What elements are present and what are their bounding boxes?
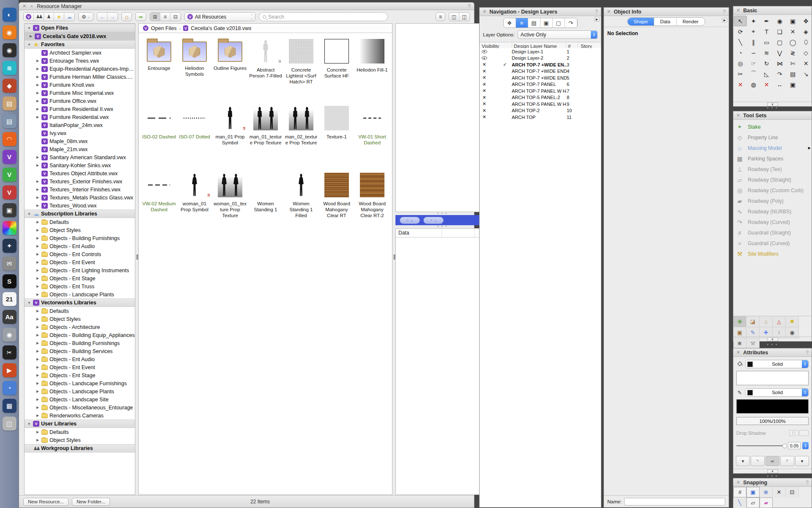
close-icon[interactable]: ✕ <box>736 350 740 355</box>
disclosure-triangle-icon[interactable]: ▶ <box>36 430 40 434</box>
layer-row[interactable]: ARCH TOP-2 10 <box>480 108 601 114</box>
disclosure-triangle-icon[interactable]: ▶ <box>36 67 40 71</box>
link-markers-button[interactable]: ∞ <box>765 456 779 466</box>
workgroup-filter-button[interactable] <box>34 13 44 21</box>
disclosure-triangle-icon[interactable]: ▶ <box>36 155 40 159</box>
resource-item[interactable]: Women Standing 1 <box>248 171 283 238</box>
close-window-icon[interactable]: ✕ <box>22 3 26 9</box>
disclosure-triangle-icon[interactable]: ▶ <box>36 260 40 264</box>
dock-app-icon[interactable]: ≋ <box>3 61 16 75</box>
snap-to-edge[interactable]: ╲ <box>733 497 746 508</box>
resource-item[interactable]: Ǝ woman_01 Prop Symbol <box>177 171 212 238</box>
mirror-tool[interactable]: ⋈ <box>773 58 786 69</box>
polyline-tool[interactable]: ≷ <box>786 47 799 58</box>
polygon-tool[interactable]: ⋁ <box>773 47 786 58</box>
layer-row[interactable]: Design Layer-1 1 <box>480 48 601 55</box>
sidebar-row[interactable]: ▶ Sanitary American Standard.vwx <box>25 153 135 161</box>
text-tool[interactable]: T <box>760 26 773 37</box>
visibility-icon[interactable] <box>482 62 486 67</box>
snap-to-intersection[interactable]: ✕ <box>773 487 786 497</box>
resource-item[interactable]: Outline Figures <box>212 37 248 104</box>
dock-app-icon[interactable]: ▦ <box>3 399 16 413</box>
site-planning-toolset[interactable]: ❀ <box>733 316 746 327</box>
zoom-tool[interactable]: ⌖ <box>747 26 760 37</box>
disclosure-triangle-icon[interactable]: ▶ <box>36 107 40 111</box>
layer-row[interactable]: ARCH TOP-5 PANEL-2 8 <box>480 94 601 101</box>
sidebar-row[interactable]: ▶ Defaults <box>25 428 135 436</box>
sidebar-row[interactable]: ▶ Defaults <box>25 307 135 315</box>
help-icon[interactable]: ? <box>806 480 809 486</box>
3d-modeling-toolset[interactable]: ◬ <box>773 316 786 327</box>
sidebar-row[interactable]: ▶ Objects - Ent Audio <box>25 355 135 363</box>
resource-item[interactable]: Wood Board Mahogany Clear RT <box>319 171 354 238</box>
sidebar-row[interactable]: ▶ Objects - Miscellaneous_Entourage <box>25 403 135 411</box>
resource-item[interactable]: man_02_texture Prop Texture <box>283 104 319 171</box>
knife-tool[interactable]: ✄ <box>786 58 799 69</box>
references-icon[interactable]: ↷ <box>565 18 577 28</box>
collapse-button[interactable]: ▼ <box>767 337 778 341</box>
dock-app-icon[interactable]: ✦ <box>3 239 16 253</box>
dock-app-icon[interactable]: V <box>3 150 16 164</box>
sidebar-row[interactable]: ▶ Furniture Office.vwx <box>25 97 135 105</box>
disclosure-triangle-icon[interactable]: ▶ <box>36 284 40 288</box>
breadcrumb-root[interactable]: Open Files <box>151 25 176 31</box>
snap-to-tangent[interactable]: ▱ <box>746 497 760 508</box>
dock-app-icon[interactable]: ▤ <box>3 97 16 110</box>
object-name-input[interactable] <box>624 498 725 505</box>
breadcrumb-current[interactable]: Cecelia's Gate v2018.vwx <box>191 25 251 31</box>
disclosure-triangle-icon[interactable]: ▶ <box>36 357 40 361</box>
rounded-rectangle-tool[interactable]: ▢ <box>773 37 786 47</box>
building-shell-toolset[interactable]: ⌂ <box>760 316 773 327</box>
visibility-icon[interactable] <box>482 75 486 80</box>
palette-flyout-button[interactable]: ▶ <box>722 18 727 22</box>
resource-type-dropdown[interactable]: V All Resources ⌃⌄ <box>184 12 255 21</box>
fillet-tool[interactable]: ⌒ <box>747 69 760 79</box>
tool-set-item[interactable]: ⌂ Massing Model ▶ <box>735 143 812 153</box>
pen-color-bar[interactable] <box>736 399 809 414</box>
object-info-titlebar[interactable]: ✕ Object Info ? <box>604 8 729 16</box>
sidebar-row[interactable]: ▶ Sanitary-Kohler Sinks.vwx <box>25 161 135 169</box>
back-button[interactable]: ← <box>97 13 107 21</box>
3d-cube-tool[interactable]: ◈ <box>799 26 812 37</box>
tool-set-item[interactable]: ≠ Guardrail (Straight) <box>735 227 812 238</box>
snapping-titlebar[interactable]: ✕ Snapping ? <box>733 478 812 487</box>
disclosure-triangle-icon[interactable]: ▶ <box>36 228 40 232</box>
sidebar-row[interactable]: ▶ Cecelia's Gate v2018.vwx <box>25 32 135 40</box>
dock-app-icon[interactable]: ◠ <box>3 132 16 146</box>
object-info-tab[interactable]: Shape <box>628 18 654 25</box>
sidebar-row[interactable]: ▶ Objects - Building Services <box>25 347 135 355</box>
dock-app-icon[interactable]: ◔ <box>3 381 16 395</box>
disclosure-triangle-icon[interactable]: ▶ <box>36 389 40 393</box>
dimension-tool[interactable]: ↔ <box>773 79 786 90</box>
list-view-button[interactable]: ≡ <box>160 13 170 21</box>
fill-style-dropdown[interactable]: Solid ▲▼ <box>745 360 809 368</box>
disclosure-triangle-icon[interactable]: ▶ <box>36 309 40 313</box>
sidebar-row[interactable]: ▶ Objects - Ent Lighting Instruments <box>25 266 135 274</box>
visualization-toolset[interactable]: ✹ <box>786 316 799 327</box>
sidebar-row[interactable]: ▶ Textures_Metals Plastics Glass.vwx <box>25 193 135 202</box>
dock-app-icon[interactable]: ▶ <box>3 363 16 377</box>
disclosure-triangle-icon[interactable]: ▼ <box>27 422 31 426</box>
resource-item[interactable]: Women Standing 1 Filled <box>283 171 319 238</box>
callout-tool[interactable]: ❏ <box>773 26 786 37</box>
sidebar-row[interactable]: ▶ Defaults <box>25 218 135 226</box>
disclosure-triangle-icon[interactable]: ▶ <box>36 115 40 119</box>
sidebar-row[interactable]: ▶ Objects - Ent Event <box>25 363 135 371</box>
lasso-tool[interactable]: ✦ <box>747 16 760 26</box>
rotate-tool[interactable]: ↻ <box>760 58 773 69</box>
x-symbol-tool[interactable]: ✕ <box>786 26 799 37</box>
dock-app-icon[interactable]: ✂ <box>3 345 16 359</box>
resource-item[interactable]: woman_01_texture Prop Texture <box>212 171 248 238</box>
object-info-tab[interactable]: Render <box>677 18 705 25</box>
sidebar-row[interactable]: ▶ Objects - Ent Audio <box>25 242 135 250</box>
disclosure-triangle-icon[interactable]: ▶ <box>36 220 40 224</box>
disclosure-triangle-icon[interactable]: ▶ <box>36 99 40 103</box>
drop-shadow-settings-button[interactable]: … <box>799 430 809 436</box>
select-similar-tool[interactable]: ◉ <box>773 16 786 26</box>
sidebar-row[interactable]: ▶ Objects - Ent Event <box>25 258 135 266</box>
sidebar-row[interactable]: ▶ Textures_Exterior Finishes.vwx <box>25 177 135 185</box>
resource-item[interactable]: man_01_texture Prop Texture <box>248 104 283 171</box>
double-line-tool[interactable]: ∥ <box>747 37 760 47</box>
visibility-icon[interactable] <box>482 56 487 60</box>
resource-item[interactable]: Heliodon Fill-1 <box>354 37 390 104</box>
